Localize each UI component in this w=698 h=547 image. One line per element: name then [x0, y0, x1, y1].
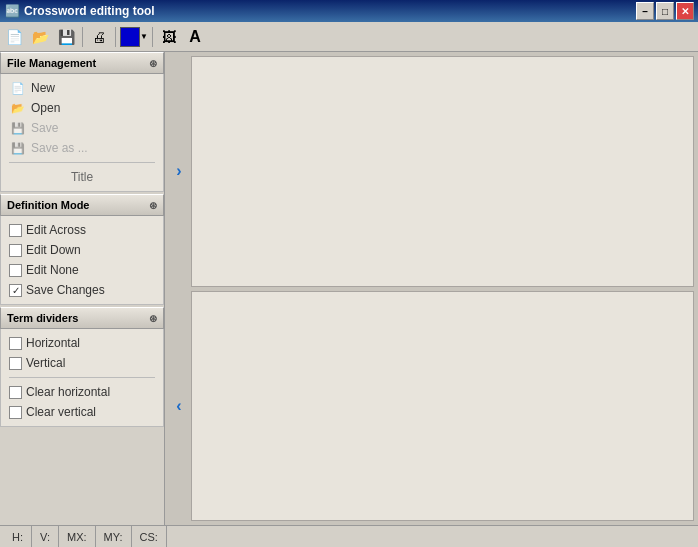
term-dividers-header[interactable]: Term dividers ⊛ [0, 307, 164, 329]
right-content: › ‹ [165, 52, 698, 525]
color-dropdown[interactable]: ▼ [120, 27, 148, 47]
definition-mode-label: Definition Mode [7, 199, 90, 211]
title-field[interactable]: Title [5, 167, 159, 187]
window-title: Crossword editing tool [24, 4, 636, 18]
term-dividers-collapse-icon: ⊛ [149, 313, 157, 324]
toolbar: 📄 📂 💾 🖨 ▼ 🖼 A [0, 22, 698, 52]
save-toolbar-btn[interactable]: 💾 [54, 25, 78, 49]
status-my: MY: [96, 526, 132, 547]
bottom-content-panel [191, 291, 694, 522]
status-mx: MX: [59, 526, 96, 547]
save-changes-item[interactable]: ✓ Save Changes [5, 280, 159, 300]
save-as-label: Save as ... [31, 141, 88, 155]
clear-vertical-item[interactable]: Clear vertical [5, 402, 159, 422]
definition-mode-header[interactable]: Definition Mode ⊛ [0, 194, 164, 216]
text-toolbar-btn[interactable]: A [183, 25, 207, 49]
clear-vertical-checkbox[interactable] [9, 406, 22, 419]
new-menu-item[interactable]: 📄 New [5, 78, 159, 98]
file-management-header[interactable]: File Management ⊛ [0, 52, 164, 74]
vertical-checkbox[interactable] [9, 357, 22, 370]
open-toolbar-btn[interactable]: 📂 [28, 25, 52, 49]
down-arrow-bottom[interactable]: ‹ [169, 291, 189, 522]
color-swatch [120, 27, 140, 47]
save-icon: 💾 [9, 119, 27, 137]
term-dividers-label: Term dividers [7, 312, 78, 324]
save-label: Save [31, 121, 58, 135]
definition-mode-body: Edit Across Edit Down Edit None ✓ Save C… [0, 216, 164, 305]
dividers-separator [9, 377, 155, 378]
save-menu-item[interactable]: 💾 Save [5, 118, 159, 138]
clear-horizontal-item[interactable]: Clear horizontal [5, 382, 159, 402]
toolbar-sep-3 [152, 27, 153, 47]
status-h: H: [4, 526, 32, 547]
clear-horizontal-checkbox[interactable] [9, 386, 22, 399]
edit-down-label: Edit Down [26, 243, 81, 257]
top-content-panel [191, 56, 694, 287]
save-as-menu-item[interactable]: 💾 Save as ... [5, 138, 159, 158]
horizontal-checkbox[interactable] [9, 337, 22, 350]
file-management-body: 📄 New 📂 Open 💾 Save 💾 Save as ... Title [0, 74, 164, 192]
image-toolbar-btn[interactable]: 🖼 [157, 25, 181, 49]
edit-none-item[interactable]: Edit None [5, 260, 159, 280]
clear-horizontal-label: Clear horizontal [26, 385, 110, 399]
vertical-item[interactable]: Vertical [5, 353, 159, 373]
edit-down-item[interactable]: Edit Down [5, 240, 159, 260]
file-management-collapse-icon: ⊛ [149, 58, 157, 69]
definition-mode-collapse-icon: ⊛ [149, 200, 157, 211]
edit-none-label: Edit None [26, 263, 79, 277]
right-arrow-top[interactable]: › [169, 56, 189, 287]
checkmark-icon: ✓ [12, 285, 20, 296]
minimize-button[interactable]: – [636, 2, 654, 20]
save-changes-checkbox[interactable]: ✓ [9, 284, 22, 297]
horizontal-label: Horizontal [26, 336, 80, 350]
window-controls: – □ ✕ [636, 2, 694, 20]
vertical-label: Vertical [26, 356, 65, 370]
title-bar: 🔤 Crossword editing tool – □ ✕ [0, 0, 698, 22]
edit-across-item[interactable]: Edit Across [5, 220, 159, 240]
edit-across-label: Edit Across [26, 223, 86, 237]
clear-vertical-label: Clear vertical [26, 405, 96, 419]
edit-none-checkbox[interactable] [9, 264, 22, 277]
toolbar-sep-1 [82, 27, 83, 47]
save-as-icon: 💾 [9, 139, 27, 157]
term-dividers-body: Horizontal Vertical Clear horizontal Cle… [0, 329, 164, 427]
save-changes-label: Save Changes [26, 283, 105, 297]
status-v: V: [32, 526, 59, 547]
new-label: New [31, 81, 55, 95]
app-icon: 🔤 [4, 3, 20, 19]
left-panel: File Management ⊛ 📄 New 📂 Open 💾 Save 💾 [0, 52, 165, 525]
toolbar-sep-2 [115, 27, 116, 47]
open-file-icon: 📂 [9, 99, 27, 117]
file-management-label: File Management [7, 57, 96, 69]
new-toolbar-btn[interactable]: 📄 [2, 25, 26, 49]
new-file-icon: 📄 [9, 79, 27, 97]
status-cs: CS: [132, 526, 167, 547]
close-button[interactable]: ✕ [676, 2, 694, 20]
definition-mode-section: Definition Mode ⊛ Edit Across Edit Down … [0, 194, 164, 305]
dropdown-arrow-icon[interactable]: ▼ [140, 32, 148, 41]
maximize-button[interactable]: □ [656, 2, 674, 20]
term-dividers-section: Term dividers ⊛ Horizontal Vertical Clea… [0, 307, 164, 427]
main-layout: File Management ⊛ 📄 New 📂 Open 💾 Save 💾 [0, 52, 698, 525]
file-management-section: File Management ⊛ 📄 New 📂 Open 💾 Save 💾 [0, 52, 164, 192]
edit-across-checkbox[interactable] [9, 224, 22, 237]
status-bar: H: V: MX: MY: CS: [0, 525, 698, 547]
open-label: Open [31, 101, 60, 115]
edit-down-checkbox[interactable] [9, 244, 22, 257]
open-menu-item[interactable]: 📂 Open [5, 98, 159, 118]
horizontal-item[interactable]: Horizontal [5, 333, 159, 353]
print-toolbar-btn[interactable]: 🖨 [87, 25, 111, 49]
file-separator [9, 162, 155, 163]
